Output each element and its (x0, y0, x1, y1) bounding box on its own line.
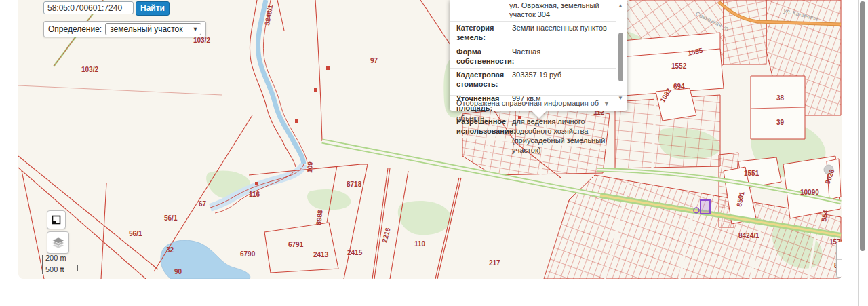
parcel-label: 10090 (800, 189, 819, 196)
definition-select[interactable]: земельный участок ▼ (105, 23, 201, 35)
scale-meters: 200 m (45, 254, 66, 262)
layers-icon (51, 235, 66, 250)
parcel-label: 103/2 (193, 37, 210, 44)
parcel-label: 116 (249, 191, 260, 198)
parcel-label: 110 (414, 240, 426, 248)
row-value: Земли населенных пунктов (512, 24, 616, 43)
measure-area-button[interactable] (47, 210, 66, 229)
parcel-label: 90 (174, 268, 182, 275)
parcel-label: 8718 (347, 180, 362, 188)
popup-row: Кадастровая стоимость: 303357.19 руб (450, 69, 616, 92)
popup-footer-text: Отображена справочная информация об объе… (450, 95, 627, 111)
parcel-label: 109 (306, 161, 314, 173)
definition-label: Определение: (48, 24, 102, 34)
scroll-up-icon[interactable]: ▲ (618, 3, 623, 9)
parcel-label: 38 (776, 94, 785, 102)
scale-bar: 200 m 500 ft (42, 254, 93, 275)
search-button[interactable]: Найти (136, 1, 170, 16)
parcel-label: 1551 (744, 170, 760, 177)
parcel-label: 103/2 (81, 66, 98, 73)
parcel-label: 2413 (313, 251, 329, 259)
scale-feet: 500 ft (45, 265, 64, 273)
zoom-control: + − (836, 242, 842, 278)
scroll-down-icon[interactable]: ▼ (618, 95, 623, 101)
row-label: Категория земель: (456, 24, 512, 43)
cadastral-map[interactable]: 103/2103/2975848/1109871889881166756/156… (18, 0, 842, 279)
parcel-label: 2415 (347, 249, 363, 256)
row-value: 303357.19 руб (512, 71, 616, 90)
parcel-label: 217 (489, 259, 500, 267)
parcel-label: 694 (673, 83, 685, 90)
parcel-label: 8424/1 (738, 232, 760, 240)
popup-row: Форма собственности: Частная (450, 45, 616, 69)
chevron-down-icon: ▼ (193, 26, 199, 33)
parcel-label: 39 (776, 119, 785, 126)
parcel-label: 32 (166, 246, 174, 254)
parcel-info-popup: ул. Овражная, земельный участок 304 Кате… (450, 0, 627, 111)
zoom-out-button[interactable]: − (837, 260, 842, 277)
parcel-label: 1552 (671, 62, 687, 70)
parcel-label: 56/1 (164, 214, 178, 222)
page-scrollbar-thumb[interactable] (860, 1, 865, 251)
parcel-label: 6791 (288, 241, 304, 248)
page-scrollbar-track (858, 0, 859, 306)
popup-address: ул. Овражная, земельный участок 304 (450, 0, 616, 22)
row-label: Кадастровая стоимость: (456, 71, 512, 90)
window-edge-line (5, 0, 5, 306)
row-value: для ведения личного подсобного хозяйства… (512, 117, 616, 155)
scroll-thumb[interactable] (618, 33, 623, 81)
parcel-label: 67 (199, 200, 207, 208)
map-viewport[interactable]: 103/2103/2975848/1109871889881166756/156… (18, 0, 842, 279)
search-input[interactable] (43, 1, 134, 14)
parcel-label: 97 (370, 57, 378, 64)
row-value: Частная (512, 47, 616, 66)
popup-row: Категория земель: Земли населенных пункт… (450, 22, 616, 45)
parcel-label: 56/1 (129, 230, 142, 237)
zoom-in-button[interactable]: + (837, 242, 842, 260)
parcel-label: 6790 (240, 250, 256, 258)
definition-selected-value: земельный участок (110, 24, 182, 34)
row-label: Форма собственности: (456, 47, 512, 66)
popup-collapse-icon[interactable]: ▼ (604, 100, 610, 107)
definition-control: Определение: земельный участок ▼ (43, 21, 206, 37)
area-select-icon (52, 215, 61, 225)
popup-scrollbar: ▲ ▼ (617, 0, 625, 111)
layers-button[interactable] (47, 231, 69, 254)
